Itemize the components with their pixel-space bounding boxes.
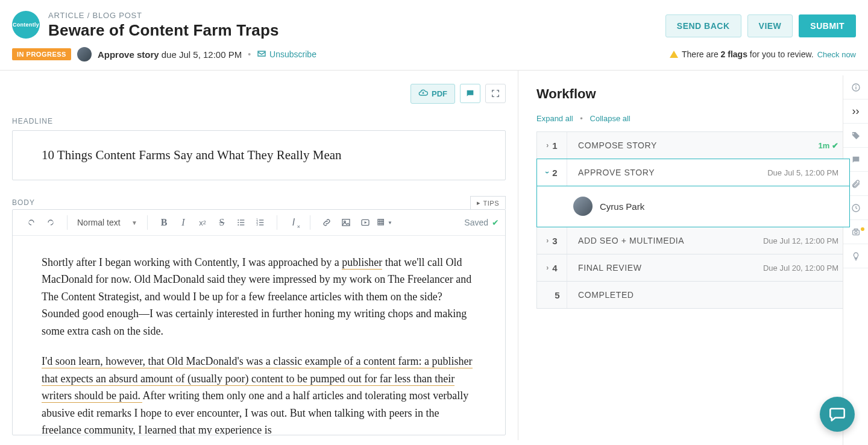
svg-rect-9 — [259, 222, 263, 222]
image-button[interactable] — [337, 213, 355, 232]
assignee-name: Cyrus Park — [600, 201, 644, 212]
superscript-button[interactable]: x2 — [193, 213, 212, 232]
clear-format-button[interactable]: I× — [285, 213, 303, 232]
workflow-step-active[interactable]: ›2 APPROVE STORY Due Jul 5, 12:00 PM — [536, 159, 850, 186]
svg-rect-5 — [240, 224, 244, 225]
workflow-pane: Workflow Expand all • Collapse all ›1 CO… — [518, 71, 868, 440]
check-flags-link[interactable]: Check now — [817, 50, 856, 59]
svg-rect-18 — [855, 85, 856, 86]
chevron-down-icon: › — [543, 171, 552, 174]
collapse-panel-icon[interactable]: ›› — [843, 99, 868, 124]
mail-icon — [257, 49, 266, 60]
link-button[interactable] — [318, 213, 336, 232]
svg-rect-15 — [378, 219, 383, 225]
workflow-step-body: Cyrus Park — [536, 186, 850, 227]
svg-rect-11 — [259, 224, 263, 225]
flags-notice: There are 2 flags for you to review. Che… — [670, 49, 856, 59]
brand-logo: Contently — [12, 11, 40, 39]
chevron-right-icon: › — [546, 141, 549, 150]
workflow-step[interactable]: ›3 ADD SEO + MULTIMEDIA Due Jul 12, 12:0… — [536, 227, 850, 254]
lightbulb-icon[interactable] — [843, 244, 868, 268]
video-button[interactable] — [356, 213, 374, 232]
svg-rect-3 — [240, 222, 244, 222]
svg-point-2 — [237, 222, 239, 223]
page-header: Contently ARTICLE / BLOG POST Beware of … — [0, 0, 868, 71]
send-back-button[interactable]: SEND BACK — [665, 14, 741, 37]
strikethrough-button[interactable]: S — [213, 213, 231, 232]
chevron-down-icon: ▼ — [131, 219, 137, 226]
table-button[interactable]: ▼ — [376, 213, 394, 232]
svg-text:3: 3 — [256, 223, 258, 226]
workflow-step[interactable]: ›4 FINAL REVIEW Due Jul 20, 12:00 PM — [536, 254, 850, 282]
status-text: Approve story due Jul 5, 12:00 PM — [98, 49, 242, 60]
chevron-right-icon: › — [546, 264, 549, 272]
workflow-step-title: ADD SEO + MULTIMEDIA — [578, 236, 684, 245]
workflow-step-due: Due Jul 20, 12:00 PM — [763, 264, 838, 273]
fullscreen-button[interactable] — [485, 84, 506, 103]
body-editor: Normal text ▼ B I x2 S 123 I× — [12, 209, 506, 435]
editor-toolbar: Normal text ▼ B I x2 S 123 I× — [13, 210, 505, 236]
italic-button[interactable]: I — [174, 213, 192, 232]
svg-point-0 — [237, 219, 239, 221]
bullet-list-button[interactable] — [232, 213, 250, 232]
workflow-step-title: COMPLETED — [578, 290, 634, 300]
workflow-step-title: COMPOSE STORY — [578, 140, 657, 150]
tags-icon[interactable] — [843, 124, 868, 148]
page-title: Beware of Content Farm Traps — [48, 21, 665, 40]
tips-button[interactable]: ▸ TIPS — [470, 196, 506, 209]
export-pdf-button[interactable]: PDF — [410, 84, 455, 104]
redo-button[interactable] — [42, 213, 60, 232]
assignee-avatar — [77, 47, 92, 62]
headline-label: HEADLINE — [12, 117, 506, 125]
editor-pane: PDF HEADLINE 10 Things Content Farms Say… — [0, 71, 518, 440]
caret-right-icon: ▸ — [477, 199, 481, 207]
workflow-step-title: APPROVE STORY — [578, 168, 655, 177]
svg-point-21 — [855, 231, 857, 233]
breadcrumb: ARTICLE / BLOG POST — [48, 11, 665, 20]
chat-fab[interactable] — [820, 397, 855, 432]
comments-button[interactable] — [460, 84, 480, 103]
separator-dot: • — [248, 49, 251, 59]
warning-icon — [670, 51, 678, 58]
numbered-list-button[interactable]: 123 — [251, 213, 269, 232]
flagged-word[interactable]: publisher — [342, 256, 382, 270]
view-button[interactable]: VIEW — [747, 14, 793, 37]
body-content[interactable]: Shortly after I began working with Conte… — [13, 236, 505, 435]
submit-button[interactable]: SUBMIT — [799, 14, 856, 37]
workflow-step-due: Due Jul 5, 12:00 PM — [767, 168, 838, 177]
workflow-list: ›1 COMPOSE STORY 1m ✔ ›2 APPROVE STORY D… — [541, 131, 850, 309]
headline-input[interactable]: 10 Things Content Farms Say and What The… — [12, 130, 506, 180]
svg-rect-22 — [854, 229, 857, 230]
assignee-avatar — [573, 197, 593, 216]
workflow-step-due: Due Jul 12, 12:00 PM — [763, 236, 838, 245]
svg-rect-1 — [240, 219, 244, 220]
bold-button[interactable]: B — [155, 213, 173, 232]
chevron-right-icon: › — [546, 236, 549, 245]
cloud-download-icon — [418, 88, 428, 99]
format-select[interactable]: Normal text ▼ — [71, 215, 143, 230]
svg-rect-20 — [852, 230, 859, 235]
body-label: BODY — [12, 198, 35, 207]
svg-rect-12 — [342, 219, 350, 226]
svg-rect-7 — [259, 219, 263, 220]
status-due: due Jul 5, 12:00 PM — [162, 49, 242, 60]
status-action: Approve story — [98, 49, 159, 60]
svg-point-4 — [237, 224, 239, 226]
save-indicator: Saved ✔ — [464, 218, 499, 227]
undo-button[interactable] — [22, 213, 40, 232]
workflow-title: Workflow — [536, 86, 850, 102]
info-icon[interactable] — [843, 75, 868, 99]
collapse-all-link[interactable]: Collapse all — [590, 114, 631, 123]
check-icon: ✔ — [492, 218, 499, 227]
workflow-step[interactable]: 5 COMPLETED — [536, 281, 850, 309]
svg-rect-17 — [855, 86, 856, 89]
unsubscribe-link[interactable]: Unsubscribe — [257, 49, 316, 60]
workflow-step-done: 1m ✔ — [819, 141, 838, 150]
status-badge: IN PROGRESS — [12, 48, 71, 60]
workflow-step-title: FINAL REVIEW — [578, 263, 641, 273]
expand-all-link[interactable]: Expand all — [536, 114, 573, 123]
workflow-step[interactable]: ›1 COMPOSE STORY 1m ✔ — [536, 131, 850, 159]
right-rail: ›› — [843, 75, 868, 445]
